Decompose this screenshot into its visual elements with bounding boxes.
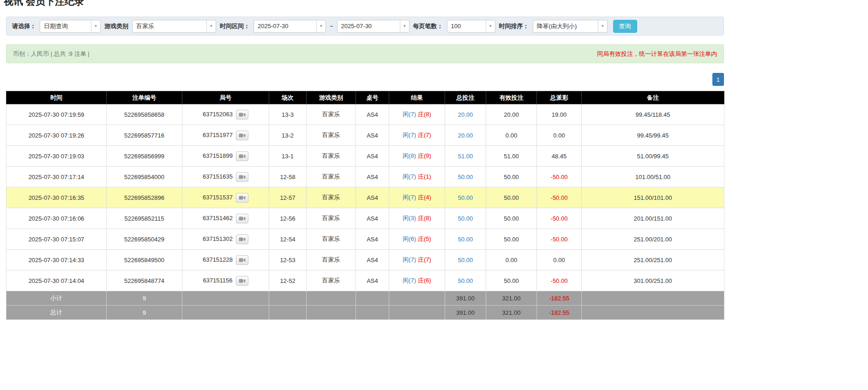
- video-replay-button[interactable]: [236, 131, 248, 140]
- result-player: 闲(7): [403, 111, 416, 118]
- round-id: 637151156: [203, 276, 232, 283]
- date-to-select[interactable]: 2025-07-30 ▼: [337, 20, 410, 33]
- table-row: 2025-07-30 07:19:59 522695858658 6371520…: [6, 104, 724, 125]
- cell-bet-id: 522695854000: [107, 167, 182, 187]
- page-size-select[interactable]: 100 ▼: [447, 20, 495, 33]
- video-camera-icon: [239, 237, 246, 242]
- cell-session: 12-56: [269, 208, 307, 229]
- cell-payout: 0.00: [537, 250, 582, 270]
- total-row: 总计 9 391.00 321.00 -182.55: [6, 306, 724, 320]
- header-note: 备注: [582, 91, 724, 104]
- subtotal-count: 9: [107, 291, 182, 306]
- total-bet-link[interactable]: 20.00: [458, 132, 473, 139]
- video-replay-button[interactable]: [236, 214, 248, 223]
- cell-payout: 48.45: [537, 146, 582, 167]
- cell-note: 251.00/251.00: [582, 250, 724, 270]
- cell-table-no: AS4: [356, 125, 389, 146]
- cell-bet-id: 522695856999: [107, 146, 182, 167]
- result-banker: 庄(8): [418, 215, 431, 222]
- page-size-label: 每页笔数：: [413, 22, 443, 30]
- game-type-select[interactable]: 百家乐 ▼: [132, 20, 216, 33]
- cell-note: 301.00/251.00: [582, 270, 724, 291]
- cell-round-id: 637151156: [182, 270, 269, 291]
- chevron-down-icon: ▼: [91, 20, 100, 32]
- total-bet-link[interactable]: 20.00: [458, 111, 473, 118]
- query-button[interactable]: 查询: [613, 20, 637, 33]
- cell-result: 闲(7)庄(6): [389, 270, 445, 291]
- cell-result: 闲(7)庄(7): [389, 125, 445, 146]
- video-replay-button[interactable]: [236, 110, 248, 120]
- cell-table-no: AS4: [356, 104, 389, 125]
- game-type-label: 游戏类别: [104, 22, 128, 30]
- round-id: 637151899: [203, 152, 233, 159]
- cell-table-no: AS4: [356, 229, 389, 250]
- total-bet-link[interactable]: 50.00: [458, 194, 473, 201]
- page-1-button[interactable]: 1: [712, 73, 724, 86]
- result-banker: 庄(6): [418, 277, 431, 284]
- cell-session: 12-52: [269, 270, 307, 291]
- summary-bar: 币别：人民币 | 总共 :9 注单 | 同局有效投注，统一计算在该局第一张注单内: [6, 44, 724, 63]
- total-bet-link[interactable]: 50.00: [458, 174, 473, 180]
- cell-game-type: 百家乐: [307, 250, 356, 270]
- video-replay-button[interactable]: [236, 172, 248, 182]
- video-replay-button[interactable]: [236, 255, 248, 265]
- cell-payout: -50.00: [537, 229, 582, 250]
- sort-label: 时间排序：: [499, 22, 529, 30]
- result-player: 闲(7): [403, 173, 416, 180]
- cell-time: 2025-07-30 07:16:35: [6, 187, 107, 208]
- cell-table-no: AS4: [356, 208, 389, 229]
- total-bet-link[interactable]: 50.00: [458, 236, 473, 243]
- result-banker: 庄(9): [418, 152, 431, 159]
- video-camera-icon: [239, 133, 246, 138]
- table-row: 2025-07-30 07:16:35 522695852896 6371515…: [6, 187, 724, 208]
- cell-valid-bet: 50.00: [486, 167, 537, 187]
- table-row: 2025-07-30 07:14:04 522695848774 6371511…: [6, 270, 724, 291]
- sort-select[interactable]: 降幂(由大到小) ▼: [533, 20, 608, 33]
- total-bet-link[interactable]: 50.00: [458, 215, 473, 222]
- cell-game-type: 百家乐: [307, 229, 356, 250]
- cell-table-no: AS4: [356, 250, 389, 270]
- header-time: 时间: [6, 91, 107, 104]
- header-game-type: 游戏类别: [307, 91, 356, 104]
- cell-valid-bet: 50.00: [486, 270, 537, 291]
- cell-time: 2025-07-30 07:19:26: [6, 125, 107, 146]
- date-from-select[interactable]: 2025-07-30 ▼: [253, 20, 326, 33]
- cell-result: 闲(6)庄(5): [389, 229, 445, 250]
- cell-note: 51.00/99.45: [582, 146, 724, 167]
- cell-note: 251.00/201.00: [582, 229, 724, 250]
- total-bet-link[interactable]: 51.00: [458, 153, 473, 160]
- sort-value: 降幂(由大到小): [533, 22, 598, 30]
- bet-records-table: 时间 注单编号 局号 场次 游戏类别 桌号 结果 总投注 有效投注 总派彩 备注…: [6, 91, 724, 320]
- date-to-value: 2025-07-30: [338, 23, 400, 30]
- video-replay-button[interactable]: [236, 234, 248, 244]
- video-replay-button[interactable]: [236, 276, 248, 286]
- cell-time: 2025-07-30 07:19:03: [6, 146, 107, 167]
- header-payout: 总派彩: [537, 91, 582, 104]
- cell-total-bet: 20.00: [445, 104, 486, 125]
- subtotal-label: 小计: [6, 291, 107, 306]
- total-bet-link[interactable]: 50.00: [458, 257, 473, 264]
- cell-valid-bet: 50.00: [486, 208, 537, 229]
- query-type-select[interactable]: 日期查询 ▼: [40, 20, 101, 33]
- cell-game-type: 百家乐: [307, 146, 356, 167]
- result-player: 闲(8): [403, 152, 416, 159]
- result-player: 闲(7): [403, 256, 416, 263]
- valid-bet-notice: 同局有效投注，统一计算在该局第一张注单内: [597, 50, 717, 58]
- video-replay-button[interactable]: [236, 151, 248, 161]
- header-bet-id: 注单编号: [107, 91, 182, 104]
- main-content: 请选择： 日期查询 ▼ 游戏类别 百家乐 ▼ 时间区间： 2025-07-30 …: [6, 17, 724, 320]
- cell-session: 12-58: [269, 167, 307, 187]
- video-camera-icon: [239, 216, 246, 221]
- round-id: 637151635: [203, 173, 233, 180]
- table-row: 2025-07-30 07:19:03 522695856999 6371518…: [6, 146, 724, 167]
- cell-valid-bet: 50.00: [486, 229, 537, 250]
- cell-table-no: AS4: [356, 187, 389, 208]
- cell-game-type: 百家乐: [307, 270, 356, 291]
- cell-round-id: 637151302: [182, 229, 269, 250]
- cell-bet-id: 522695857716: [107, 125, 182, 146]
- video-replay-button[interactable]: [236, 193, 248, 203]
- total-bet-link[interactable]: 50.00: [458, 277, 473, 284]
- cell-note: 101.00/51.00: [582, 167, 724, 187]
- cell-time: 2025-07-30 07:17:14: [6, 167, 107, 187]
- result-player: 闲(6): [403, 235, 416, 242]
